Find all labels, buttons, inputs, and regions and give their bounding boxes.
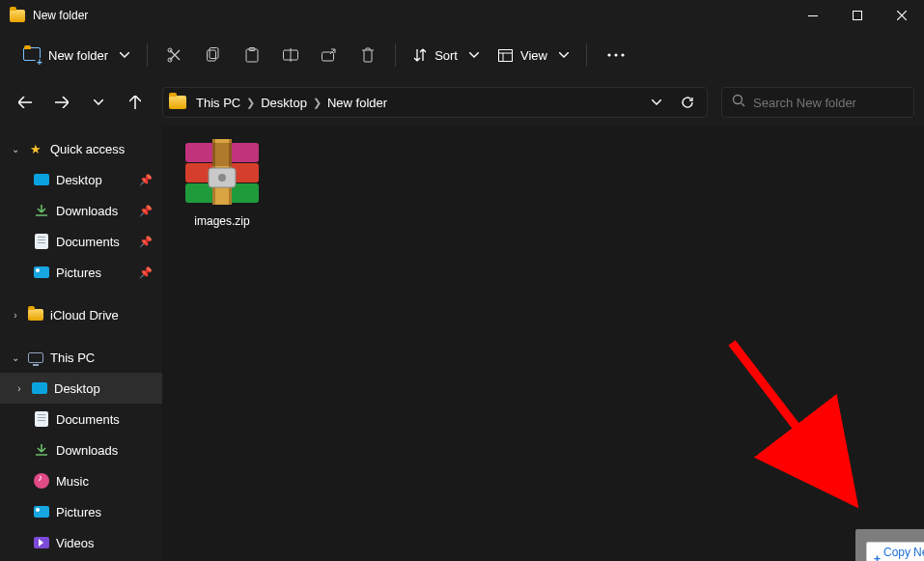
svg-point-15 — [614, 53, 617, 56]
new-folder-label: New folder — [48, 48, 108, 63]
back-button[interactable] — [10, 87, 41, 118]
sidebar-label: Pictures — [56, 505, 101, 519]
paste-icon — [245, 47, 259, 63]
view-button[interactable]: View — [489, 38, 578, 72]
chevron-down-icon — [469, 52, 479, 58]
navigation-row: This PC ❯ Desktop ❯ New folder — [0, 79, 924, 126]
trash-icon — [361, 47, 375, 63]
file-item[interactable]: images.zip — [176, 139, 268, 228]
pin-icon: 📌 — [139, 205, 153, 217]
sidebar-item-icloud[interactable]: › iCloud Drive — [0, 299, 162, 330]
sidebar-item-desktop[interactable]: › Desktop — [0, 373, 162, 404]
chevron-right-icon: › — [10, 310, 21, 321]
cut-button[interactable] — [155, 38, 194, 72]
address-bar[interactable]: This PC ❯ Desktop ❯ New folder — [162, 87, 708, 118]
window-title: New folder — [33, 9, 791, 22]
folder-icon — [28, 309, 43, 321]
svg-point-25 — [218, 174, 226, 182]
folder-icon — [169, 96, 186, 109]
sidebar-item-documents[interactable]: Documents 📌 — [0, 226, 162, 257]
sidebar-item-pictures[interactable]: Pictures — [0, 496, 162, 527]
share-button[interactable] — [310, 38, 349, 72]
svg-point-17 — [734, 96, 742, 104]
svg-point-16 — [621, 53, 624, 56]
svg-rect-10 — [322, 52, 334, 61]
sidebar-label: Documents — [56, 412, 120, 427]
sidebar-item-pictures[interactable]: Pictures 📌 — [0, 257, 162, 288]
file-content-area[interactable]: images.zip + Copy to New folder — [162, 126, 924, 561]
sidebar-label: Documents — [56, 235, 120, 249]
sidebar-label: Desktop — [54, 381, 100, 396]
delete-button[interactable] — [349, 38, 387, 72]
plus-icon: + — [874, 552, 881, 561]
sidebar-item-downloads[interactable]: Downloads 📌 — [0, 195, 162, 226]
copy-button[interactable] — [194, 38, 233, 72]
title-bar: New folder — [0, 0, 924, 31]
address-dropdown-button[interactable] — [643, 89, 670, 116]
drag-tooltip: + Copy to New folder — [866, 542, 924, 561]
up-button[interactable] — [120, 87, 151, 118]
drag-tooltip-action: Copy to — [883, 546, 910, 561]
sidebar-label: This PC — [50, 351, 95, 365]
sort-label: Sort — [434, 48, 458, 63]
sidebar-item-music[interactable]: Music — [0, 465, 162, 496]
sidebar-label: Downloads — [56, 443, 118, 458]
copy-icon — [207, 47, 221, 63]
sidebar-item-desktop[interactable]: Desktop 📌 — [0, 164, 162, 195]
recent-button[interactable] — [83, 87, 114, 118]
refresh-button[interactable] — [674, 89, 701, 116]
chevron-down-icon — [120, 52, 129, 58]
pictures-icon — [34, 506, 49, 518]
svg-line-28 — [732, 343, 843, 488]
search-icon — [732, 94, 745, 111]
svg-rect-4 — [210, 48, 218, 59]
downloads-icon — [33, 203, 50, 218]
sort-icon — [413, 48, 427, 62]
breadcrumb-segment[interactable]: Desktop — [257, 96, 311, 110]
sidebar-label: Pictures — [56, 266, 101, 280]
documents-icon — [35, 411, 48, 427]
breadcrumb-segment[interactable]: This PC — [192, 96, 244, 110]
svg-rect-11 — [498, 49, 512, 61]
sidebar-item-quick-access[interactable]: ⌄ ★ Quick access — [0, 133, 162, 164]
svg-line-18 — [742, 103, 744, 106]
breadcrumb-segment[interactable]: New folder — [323, 96, 391, 110]
svg-rect-27 — [215, 143, 229, 166]
downloads-icon — [33, 442, 50, 458]
paste-button[interactable] — [233, 38, 271, 72]
search-input[interactable] — [753, 96, 904, 110]
search-box[interactable] — [721, 87, 914, 118]
rename-button[interactable] — [271, 38, 310, 72]
view-label: View — [520, 48, 547, 63]
folder-icon — [10, 10, 25, 22]
pc-icon — [28, 352, 43, 363]
forward-button[interactable] — [46, 87, 77, 118]
more-button[interactable] — [595, 38, 637, 72]
sidebar-item-documents[interactable]: Documents — [0, 404, 162, 435]
svg-point-14 — [607, 53, 610, 56]
minimize-button[interactable] — [791, 0, 835, 31]
sidebar-item-this-pc[interactable]: ⌄ This PC — [0, 342, 162, 373]
sidebar-label: Music — [56, 474, 89, 489]
close-button[interactable] — [880, 0, 924, 31]
sidebar-item-videos[interactable]: Videos — [0, 527, 162, 558]
sidebar-label: Desktop — [56, 173, 102, 187]
sort-button[interactable]: Sort — [404, 38, 489, 72]
navigation-sidebar: ⌄ ★ Quick access Desktop 📌 Downloads 📌 D… — [0, 126, 162, 561]
chevron-right-icon: › — [14, 383, 25, 394]
documents-icon — [35, 234, 48, 249]
sidebar-item-downloads[interactable]: Downloads — [0, 435, 162, 465]
view-icon — [498, 49, 513, 62]
maximize-button[interactable] — [835, 0, 880, 31]
sidebar-label: Quick access — [50, 142, 125, 156]
sidebar-label: Downloads — [56, 204, 118, 218]
pictures-icon — [34, 266, 49, 278]
share-icon — [322, 48, 337, 62]
ellipsis-icon — [607, 53, 625, 57]
scissors-icon — [167, 47, 182, 63]
pin-icon: 📌 — [139, 266, 153, 279]
pin-icon: 📌 — [139, 236, 153, 248]
pin-icon: 📌 — [139, 174, 153, 186]
chevron-down-icon: ⌄ — [10, 144, 21, 154]
new-folder-button[interactable]: + New folder — [10, 38, 139, 72]
